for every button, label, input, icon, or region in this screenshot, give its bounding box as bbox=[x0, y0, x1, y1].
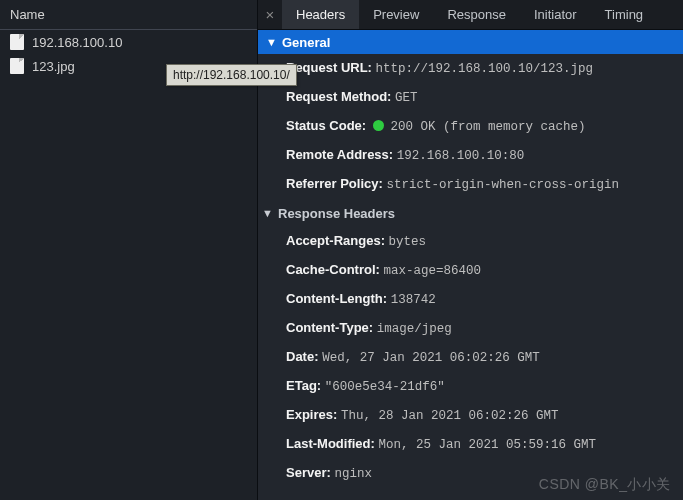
header-key: Referrer Policy: bbox=[286, 176, 383, 191]
tab-preview[interactable]: Preview bbox=[359, 0, 433, 29]
header-key: ETag: bbox=[286, 378, 321, 393]
header-value: Mon, 25 Jan 2021 05:59:16 GMT bbox=[378, 438, 596, 452]
general-request-method: Request Method: GET bbox=[258, 83, 683, 112]
header-key: Accept-Ranges: bbox=[286, 233, 385, 248]
header-value: "600e5e34-21df6" bbox=[325, 380, 445, 394]
details-tabbar: × Headers Preview Response Initiator Tim… bbox=[258, 0, 683, 30]
header-key: Request Method: bbox=[286, 89, 391, 104]
tab-timing[interactable]: Timing bbox=[591, 0, 658, 29]
resp-date: Date: Wed, 27 Jan 2021 06:02:26 GMT bbox=[258, 343, 683, 372]
header-key: Server: bbox=[286, 465, 331, 480]
header-value: Wed, 27 Jan 2021 06:02:26 GMT bbox=[322, 351, 540, 365]
section-response-headers[interactable]: ▼ Response Headers bbox=[258, 199, 683, 227]
close-icon[interactable]: × bbox=[258, 0, 282, 29]
header-key: Remote Address: bbox=[286, 147, 393, 162]
header-key: Cache-Control: bbox=[286, 262, 380, 277]
file-icon bbox=[10, 58, 24, 74]
header-key: Content-Type: bbox=[286, 320, 373, 335]
resp-etag: ETag: "600e5e34-21df6" bbox=[258, 372, 683, 401]
resp-accept-ranges: Accept-Ranges: bytes bbox=[258, 227, 683, 256]
header-value: 138742 bbox=[391, 293, 436, 307]
section-label: Response Headers bbox=[278, 206, 395, 221]
resp-content-type: Content-Type: image/jpeg bbox=[258, 314, 683, 343]
header-value: Thu, 28 Jan 2021 06:02:26 GMT bbox=[341, 409, 559, 423]
resp-content-length: Content-Length: 138742 bbox=[258, 285, 683, 314]
headers-content: ▼ General Request URL: http://192.168.10… bbox=[258, 30, 683, 500]
request-name: 192.168.100.10 bbox=[32, 35, 122, 50]
header-value: strict-origin-when-cross-origin bbox=[386, 178, 619, 192]
resp-last-modified: Last-Modified: Mon, 25 Jan 2021 05:59:16… bbox=[258, 430, 683, 459]
header-key: Date: bbox=[286, 349, 319, 364]
general-remote-address: Remote Address: 192.168.100.10:80 bbox=[258, 141, 683, 170]
resp-cache-control: Cache-Control: max-age=86400 bbox=[258, 256, 683, 285]
header-value: http://192.168.100.10/123.jpg bbox=[376, 62, 594, 76]
tab-headers[interactable]: Headers bbox=[282, 0, 359, 29]
request-row[interactable]: 192.168.100.10 bbox=[0, 30, 257, 54]
header-key: Expires: bbox=[286, 407, 337, 422]
header-key: Request URL: bbox=[286, 60, 372, 75]
header-value: max-age=86400 bbox=[384, 264, 482, 278]
header-key: Content-Length: bbox=[286, 291, 387, 306]
section-general[interactable]: ▼ General bbox=[258, 30, 683, 54]
header-key: Last-Modified: bbox=[286, 436, 375, 451]
watermark: CSDN @BK_小小关 bbox=[539, 476, 671, 494]
header-value: image/jpeg bbox=[377, 322, 452, 336]
general-referrer-policy: Referrer Policy: strict-origin-when-cros… bbox=[258, 170, 683, 199]
status-dot-icon bbox=[373, 120, 384, 131]
url-tooltip: http://192.168.100.10/ bbox=[166, 64, 297, 86]
chevron-down-icon: ▼ bbox=[266, 36, 278, 48]
header-value: 200 OK (from memory cache) bbox=[390, 120, 585, 134]
header-value: bytes bbox=[389, 235, 427, 249]
section-label: General bbox=[282, 35, 330, 50]
devtools-network-panel: Name 192.168.100.10 123.jpg × Headers Pr… bbox=[0, 0, 683, 500]
chevron-down-icon: ▼ bbox=[262, 207, 274, 219]
header-key: Status Code: bbox=[286, 118, 366, 133]
details-panel: × Headers Preview Response Initiator Tim… bbox=[258, 0, 683, 500]
header-value: GET bbox=[395, 91, 418, 105]
general-request-url: Request URL: http://192.168.100.10/123.j… bbox=[258, 54, 683, 83]
file-icon bbox=[10, 34, 24, 50]
requests-list: 192.168.100.10 123.jpg bbox=[0, 30, 257, 500]
general-status-code: Status Code: 200 OK (from memory cache) bbox=[258, 112, 683, 141]
resp-expires: Expires: Thu, 28 Jan 2021 06:02:26 GMT bbox=[258, 401, 683, 430]
tab-response[interactable]: Response bbox=[433, 0, 520, 29]
request-name: 123.jpg bbox=[32, 59, 75, 74]
header-value: nginx bbox=[334, 467, 372, 481]
column-header-name[interactable]: Name bbox=[0, 0, 257, 30]
tab-initiator[interactable]: Initiator bbox=[520, 0, 591, 29]
header-value: 192.168.100.10:80 bbox=[397, 149, 525, 163]
